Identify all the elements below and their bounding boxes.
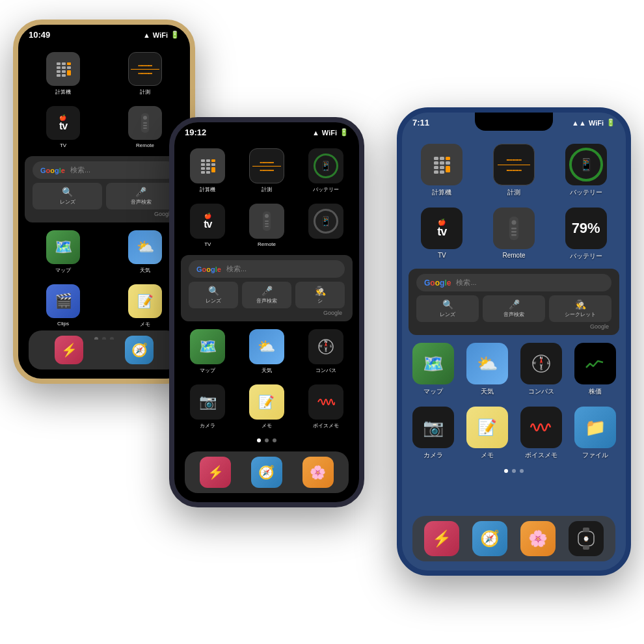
svg-rect-29 (265, 221, 269, 222)
calculator-app-right[interactable]: 計算機 (410, 144, 474, 197)
stocks-app-right[interactable]: 株価 (572, 343, 618, 396)
svg-rect-31 (265, 226, 269, 227)
camera-app-right[interactable]: 📷 カメラ (410, 407, 456, 460)
google-voice-middle[interactable]: 🎤 音声検索 (242, 282, 291, 308)
google-search-middle[interactable]: Google 検索... (189, 260, 345, 278)
appletv-app-middle[interactable]: 🍎 tv TV (182, 204, 234, 247)
svg-rect-2 (67, 62, 71, 65)
notes-app-right[interactable]: 📝 メモ (464, 407, 510, 460)
time-left: 10:49 (29, 30, 50, 40)
safari-dock-left[interactable]: 🧭 (125, 336, 154, 364)
notch-left (72, 25, 137, 40)
calculator-app-left[interactable]: 計算機 (26, 52, 100, 96)
safari-dock-middle[interactable]: 🧭 (251, 457, 282, 488)
svg-rect-0 (57, 62, 60, 65)
maps-app-right[interactable]: 🗺️ マップ (410, 343, 456, 396)
google-widget-right[interactable]: Google 検索... 🔍 レンズ 🎤 音声検索 🕵️ シークレット (409, 269, 619, 335)
time-right: 7:11 (412, 118, 429, 127)
svg-text:E: E (330, 344, 332, 348)
remote-app-right[interactable]: Remote (482, 208, 546, 261)
photos-dock-middle[interactable]: 🌸 (302, 457, 334, 488)
home-content-middle: 計算機 ••••••••••• ••••••••••• 計測 📱 (174, 142, 359, 463)
app-row-4-middle: 📷 カメラ 📝 メモ ボイスメモ (174, 379, 359, 435)
photos-dock-right[interactable]: 🌸 (520, 521, 556, 556)
svg-rect-44 (446, 161, 450, 165)
notch-middle (234, 122, 299, 138)
svg-rect-20 (206, 163, 210, 166)
notes-app-middle[interactable]: 📝 メモ (241, 384, 293, 429)
shortcuts-dock-middle[interactable]: ⚡ (200, 457, 231, 488)
svg-rect-21 (211, 163, 215, 166)
shortcuts-dock-left[interactable]: ⚡ (55, 336, 83, 364)
app-row-4-right: 📷 カメラ 📝 メモ ボイスメモ 📁 ファイル (402, 401, 626, 465)
app-row-1-right: 計算機 •••••••••• •••••••••• 計測 📱 (402, 136, 626, 202)
svg-rect-3 (57, 66, 60, 69)
svg-rect-54 (511, 234, 517, 236)
app-row-2-left: 🍎 tv TV Remote (18, 101, 190, 154)
maps-app-middle[interactable]: 🗺️ マップ (182, 329, 234, 374)
svg-rect-53 (511, 231, 517, 233)
maps-app-left[interactable]: 🗺️ マップ (26, 230, 100, 274)
shortcuts-dock-right[interactable]: ⚡ (424, 521, 459, 556)
weather-app-right[interactable]: ⛅ 天気 (464, 343, 510, 396)
phone-middle: 19:12 ▲ WiFi 🔋 計算機 ••••••••••• (169, 117, 364, 507)
svg-rect-52 (511, 228, 517, 230)
appletv-app-right[interactable]: 🍎 tv TV (410, 208, 474, 261)
svg-text:E: E (546, 361, 549, 365)
svg-rect-14 (143, 125, 147, 126)
appletv-app-left[interactable]: 🍎 tv TV (26, 106, 100, 148)
dock-left: ⚡ 🧭 (18, 327, 190, 373)
google-lens-right[interactable]: 🔍 レンズ (416, 295, 479, 322)
google-voice-right[interactable]: 🎤 音声検索 (483, 295, 545, 322)
files-app-right[interactable]: 📁 ファイル (572, 407, 618, 460)
svg-rect-13 (143, 122, 147, 124)
svg-text:W: W (319, 344, 322, 348)
voicememo-app-right[interactable]: ボイスメモ (518, 407, 564, 460)
battery-widget-middle[interactable]: 📱 バッテリー (300, 148, 351, 193)
dock-right: ⚡ 🧭 🌸 ⌚ (402, 512, 626, 565)
battery-widget-right[interactable]: 📱 バッテリー (554, 144, 618, 197)
page-dots-right (402, 465, 626, 477)
google-lens-middle[interactable]: 🔍 レンズ (189, 282, 238, 308)
google-secret-middle[interactable]: 🕵️ シ (295, 282, 345, 308)
svg-rect-49 (440, 170, 444, 174)
svg-rect-10 (62, 74, 66, 77)
google-widget-left[interactable]: Google 検索... 🔍 レンズ 🎤 音声検索 Google (25, 156, 183, 222)
svg-rect-24 (211, 167, 215, 172)
status-icons-middle: ▲ WiFi 🔋 (312, 128, 349, 137)
google-widget-middle[interactable]: Google 検索... 🔍 レンズ 🎤 音声検索 🕵️ シ (181, 255, 353, 321)
remote-app-middle[interactable]: Remote (241, 204, 293, 247)
google-secret-right[interactable]: 🕵️ シークレット (549, 295, 611, 322)
status-icons-right: ▲▲ WiFi 🔋 (572, 118, 615, 127)
measure-app-left[interactable]: ••••••••••• ••••••••••• 計測 (108, 52, 182, 96)
svg-rect-42 (434, 161, 438, 165)
google-search-left[interactable]: Google 検索... (33, 161, 176, 179)
svg-rect-39 (434, 157, 438, 160)
app-row-1-left: 計算機 ••••••••••• ••••••••••• 計測 (18, 44, 190, 101)
phone-left: 10:49 ▲ WiFi 🔋 計算機 ••• (13, 20, 195, 384)
clips-app-left[interactable]: 🎬 Clips (26, 284, 100, 328)
google-voice-left[interactable]: 🎤 音声検索 (106, 183, 176, 209)
measure-app-middle[interactable]: ••••••••••• ••••••••••• 計測 (241, 148, 293, 193)
calculator-app-middle[interactable]: 計算機 (182, 148, 234, 193)
google-search-right[interactable]: Google 検索... (416, 274, 611, 291)
svg-rect-64 (583, 528, 589, 532)
compass-app-right[interactable]: NSEW コンパス (518, 343, 564, 396)
google-lens-left[interactable]: 🔍 レンズ (33, 183, 102, 209)
svg-rect-7 (62, 70, 66, 73)
weather-app-middle[interactable]: ⛅ 天気 (241, 329, 293, 374)
watch-dock-right[interactable]: ⌚ (569, 521, 604, 556)
voicememo-app-middle[interactable]: ボイスメモ (300, 384, 351, 429)
svg-rect-15 (143, 127, 147, 129)
battery-pct-right[interactable]: 79% バッテリー (554, 208, 618, 261)
measure-app-right[interactable]: •••••••••• •••••••••• 計測 (482, 144, 546, 197)
time-middle: 19:12 (185, 127, 206, 137)
battery2-widget-middle[interactable]: 📱 (300, 204, 351, 247)
compass-app-middle[interactable]: NSEW コンパス (300, 329, 351, 374)
page-dots-middle (174, 435, 359, 446)
safari-dock-right[interactable]: 🧭 (472, 521, 507, 556)
camera-app-middle[interactable]: 📷 カメラ (182, 384, 234, 429)
svg-rect-43 (440, 161, 444, 165)
svg-rect-41 (446, 157, 450, 160)
dock-middle: ⚡ 🧭 🌸 (174, 448, 359, 497)
